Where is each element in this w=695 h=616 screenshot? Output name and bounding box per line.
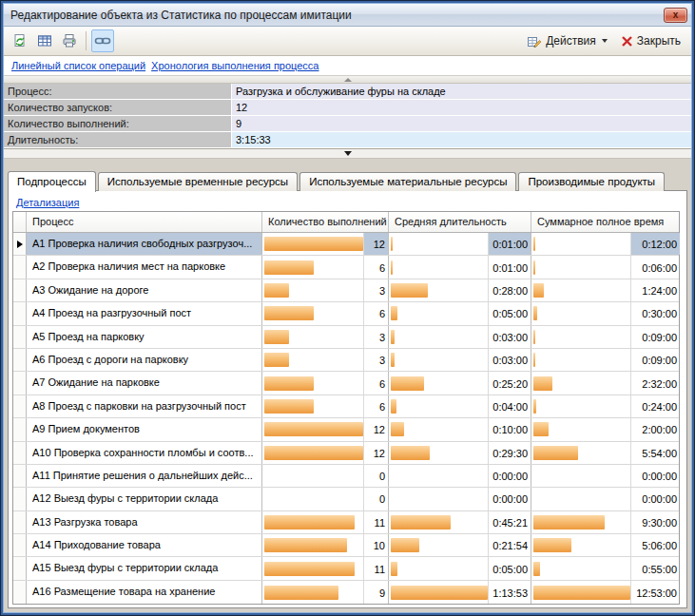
bar-zone bbox=[262, 372, 363, 394]
table-row[interactable]: А7 Ожидание на парковке60:25:202:32:00 bbox=[13, 372, 679, 395]
cell-value: 0:00:00 bbox=[630, 488, 680, 510]
tabstrip: ПодпроцессыИспользуемые временные ресурс… bbox=[8, 170, 687, 191]
window-close-button[interactable]: x bbox=[664, 8, 687, 23]
row-marker bbox=[13, 418, 27, 440]
table-row[interactable]: А8 Проезд с парковки на разгрузочный пос… bbox=[13, 395, 679, 418]
value-bar bbox=[533, 515, 605, 529]
bar-cell: 6 bbox=[262, 256, 389, 278]
bar-cell: 9 bbox=[262, 581, 389, 604]
table-row[interactable]: А10 Проверка сохранности пломбы и соотв.… bbox=[13, 442, 679, 465]
linked-view-button[interactable] bbox=[91, 29, 114, 52]
cell-value: 11 bbox=[363, 557, 388, 579]
detail-link[interactable]: Детализация bbox=[16, 197, 79, 208]
bar-cell: 0:24:00 bbox=[531, 395, 680, 417]
bar-zone bbox=[262, 395, 363, 417]
header-total-time[interactable]: Суммарное полное время bbox=[531, 212, 680, 232]
bar-cell: 0:28:00 bbox=[389, 279, 531, 301]
table-row[interactable]: А12 Выезд фуры с территории склада00:00:… bbox=[13, 488, 679, 510]
refresh-icon bbox=[12, 33, 28, 48]
bar-zone bbox=[531, 279, 630, 301]
bar-cell: 1:24:00 bbox=[531, 279, 680, 301]
header-process[interactable]: Процесс bbox=[27, 212, 262, 232]
grid-view-button[interactable] bbox=[33, 29, 56, 52]
table-row[interactable]: А15 Выезд фуры с территории склада110:05… bbox=[13, 557, 679, 580]
property-label: Процесс: bbox=[4, 84, 232, 99]
tab-active[interactable]: Подпроцессы bbox=[8, 171, 96, 192]
bar-cell: 0:03:00 bbox=[389, 326, 531, 348]
bar-cell: 5:54:00 bbox=[531, 442, 680, 464]
bar-zone bbox=[389, 233, 488, 255]
print-button[interactable] bbox=[58, 29, 81, 52]
table-row[interactable]: А3 Ожидание на дороге30:28:001:24:00 bbox=[13, 279, 679, 302]
header-avg-duration[interactable]: Средняя длительность bbox=[389, 212, 531, 232]
value-bar bbox=[533, 306, 537, 320]
property-value[interactable]: 12 bbox=[232, 100, 691, 115]
table-row[interactable]: А13 Разгрузка товара110:45:219:30:00 bbox=[13, 511, 679, 534]
bar-zone bbox=[389, 465, 488, 487]
cell-value: 6 bbox=[363, 302, 388, 324]
cell-value: 0:21:54 bbox=[488, 534, 531, 556]
bar-cell: 0:03:00 bbox=[389, 349, 531, 371]
linear-list-link[interactable]: Линейный список операций bbox=[11, 60, 145, 71]
value-bar bbox=[533, 446, 578, 460]
tab-inactive[interactable]: Производимые продукты bbox=[518, 172, 665, 191]
bar-zone bbox=[389, 581, 488, 604]
bar-zone bbox=[262, 233, 363, 255]
cell-value: 0:00:00 bbox=[630, 465, 680, 487]
bar-cell: 0:30:00 bbox=[531, 302, 680, 324]
table-row[interactable]: А14 Приходование товара100:21:545:06:00 bbox=[13, 534, 679, 557]
value-bar bbox=[391, 353, 395, 367]
close-button[interactable]: Закрыть bbox=[614, 30, 687, 51]
table-row[interactable]: А1 Проверка наличия свободных разгрузоч.… bbox=[13, 233, 679, 256]
row-marker bbox=[13, 511, 27, 533]
value-bar bbox=[264, 376, 314, 391]
process-name: А2 Проверка наличия мест на парковке bbox=[27, 256, 262, 278]
cell-value: 0:00:00 bbox=[488, 465, 531, 487]
tab-inactive[interactable]: Используемые временные ресурсы bbox=[98, 172, 298, 191]
bar-zone bbox=[531, 349, 630, 371]
table-row[interactable]: А5 Проезд на парковку30:03:000:09:00 bbox=[13, 326, 679, 349]
cell-value: 5:54:00 bbox=[630, 442, 680, 464]
chronology-link[interactable]: Хронология выполнения процесса bbox=[151, 60, 319, 71]
bar-zone bbox=[389, 488, 488, 510]
cell-value: 0:06:00 bbox=[630, 256, 680, 278]
table-body: А1 Проверка наличия свободных разгрузоч.… bbox=[13, 233, 679, 604]
process-name: А11 Принятие решения о дальнейших дейс..… bbox=[27, 465, 262, 487]
chevron-down-icon bbox=[602, 39, 608, 43]
property-value[interactable]: Разгрузка и обслуживание фуры на складе bbox=[232, 84, 691, 99]
bar-zone bbox=[389, 557, 488, 579]
row-marker bbox=[13, 557, 27, 579]
table-row[interactable]: А6 Проезд с дороги на парковку30:03:000:… bbox=[13, 349, 679, 372]
bar-cell: 0:00:00 bbox=[389, 465, 531, 487]
actions-icon bbox=[527, 33, 542, 48]
table-row[interactable]: А4 Проезд на разгрузочный пост60:05:000:… bbox=[13, 302, 679, 325]
dialog-window: Редактирование объекта из Статистика по … bbox=[0, 0, 695, 616]
bar-cell: 0 bbox=[262, 488, 389, 510]
cell-value: 5:06:00 bbox=[630, 534, 680, 556]
value-bar bbox=[264, 353, 289, 367]
bar-zone bbox=[389, 256, 488, 278]
tab-inactive[interactable]: Используемые материальные ресурсы bbox=[299, 172, 516, 191]
splitter-collapse-down[interactable] bbox=[4, 149, 691, 159]
bar-cell: 6 bbox=[262, 302, 389, 324]
bar-zone bbox=[531, 442, 630, 464]
bar-cell: 0:10:00 bbox=[389, 418, 531, 440]
bar-cell: 11 bbox=[262, 511, 389, 533]
bar-cell: 2:00:00 bbox=[531, 418, 680, 440]
table-row[interactable]: А2 Проверка наличия мест на парковке60:0… bbox=[13, 256, 679, 279]
cell-value: 0:10:00 bbox=[488, 418, 531, 440]
property-value[interactable]: 3:15:33 bbox=[232, 132, 691, 147]
bar-cell: 3 bbox=[262, 326, 389, 348]
row-marker bbox=[13, 233, 27, 255]
table-row[interactable]: А11 Принятие решения о дальнейших дейс..… bbox=[13, 465, 679, 488]
splitter-collapse-up[interactable] bbox=[4, 76, 691, 84]
table-row[interactable]: А9 Прием документов120:10:002:00:00 bbox=[13, 418, 679, 441]
property-value[interactable]: 9 bbox=[232, 116, 691, 131]
header-count[interactable]: Количество выполнений bbox=[262, 212, 389, 232]
table-row[interactable]: А16 Размещение товара на хранение91:13:5… bbox=[13, 581, 679, 604]
process-name: А14 Приходование товара bbox=[27, 534, 262, 556]
actions-button[interactable]: Действия bbox=[520, 29, 614, 52]
cell-value: 3 bbox=[363, 349, 388, 371]
bar-zone bbox=[531, 372, 630, 394]
refresh-button[interactable] bbox=[9, 29, 31, 52]
